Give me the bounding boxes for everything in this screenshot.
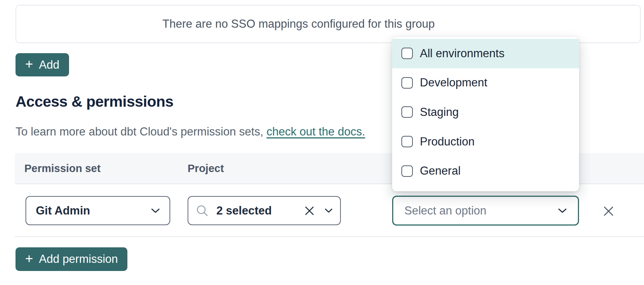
option-label: All environments [420,47,504,60]
add-permission-button[interactable]: + Add permission [16,247,127,271]
environment-select[interactable]: Select an option [392,196,579,226]
sso-mappings-empty-message: There are no SSO mappings configured for… [162,17,435,31]
checkbox-unchecked-icon[interactable] [401,77,413,89]
chevron-down-icon[interactable] [151,208,160,213]
plus-icon: + [25,57,33,71]
chevron-down-icon[interactable] [558,208,567,213]
add-button-label: Add [39,58,59,72]
add-permission-button-label: Add permission [39,253,118,266]
permission-set-select[interactable]: Git Admin [25,196,170,225]
chevron-down-icon[interactable] [325,208,333,213]
environment-placeholder: Select an option [404,204,486,217]
section-description: To learn more about dbt Cloud's permissi… [16,125,365,138]
add-sso-mapping-button[interactable]: + Add [16,53,69,76]
group-settings-page: There are no SSO mappings configured for… [0,0,644,285]
row-divider [15,236,644,237]
permission-set-value: Git Admin [36,204,90,217]
checkbox-unchecked-icon[interactable] [401,165,413,177]
search-icon [196,204,209,217]
option-label: General [420,164,460,178]
remove-row-button[interactable] [602,204,616,218]
checkbox-unchecked-icon[interactable] [401,136,413,147]
checkbox-unchecked-icon[interactable] [401,48,413,59]
dropdown-option-development[interactable]: Development [392,68,579,98]
clear-selection-icon[interactable] [304,205,315,216]
description-text: To learn more about dbt Cloud's permissi… [16,125,263,138]
option-label: Staging [420,106,459,119]
docs-link[interactable]: check out the docs. [267,125,365,138]
remove-row-x-icon [602,205,615,217]
dropdown-option-general[interactable]: General [392,156,579,186]
page-title: Access & permissions [16,93,174,110]
checkbox-unchecked-icon[interactable] [401,106,413,118]
plus-icon: + [25,252,33,265]
option-label: Production [420,135,475,148]
option-label: Development [420,76,487,89]
project-multiselect[interactable]: 2 selected [188,196,341,225]
dropdown-option-all-environments[interactable]: All environments [392,39,579,68]
column-header-permission-set: Permission set [24,153,100,183]
environment-dropdown-menu: All environments Development Staging Pro… [392,37,579,191]
dropdown-option-production[interactable]: Production [392,127,579,157]
project-selected-count: 2 selected [216,204,272,217]
column-header-project: Project [188,153,224,183]
dropdown-option-staging[interactable]: Staging [392,97,579,127]
